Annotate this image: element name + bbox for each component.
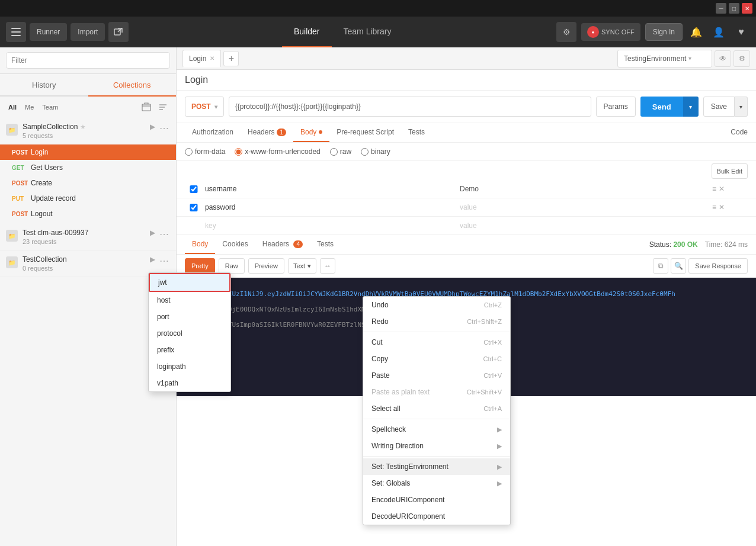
- env-gear-button[interactable]: ⚙: [733, 50, 750, 67]
- username-delete-icon[interactable]: ✕: [719, 185, 725, 193]
- ctx-cut[interactable]: Cut Ctrl+X: [363, 334, 510, 351]
- request-item-create[interactable]: POST Create: [0, 175, 176, 191]
- submenu-item-jwt[interactable]: jwt: [149, 273, 230, 292]
- wrap-toggle-button[interactable]: ↔: [320, 258, 335, 274]
- submenu-item-prefix[interactable]: prefix: [149, 342, 230, 358]
- ctx-set-globals[interactable]: Set: Globals ▶: [363, 475, 510, 492]
- format-select[interactable]: Text ▾: [288, 258, 316, 274]
- response-body-tab[interactable]: Body: [185, 235, 215, 254]
- ctx-copy[interactable]: Copy Ctrl+C: [363, 351, 510, 367]
- raw-radio[interactable]: raw: [330, 147, 351, 156]
- search-response-button[interactable]: 🔍: [671, 258, 686, 274]
- request-item-get-users[interactable]: GET Get Users: [0, 160, 176, 175]
- form-data-radio[interactable]: form-data: [185, 147, 225, 156]
- ctx-decode-uri[interactable]: DecodeURIComponent: [363, 508, 510, 525]
- response-headers-tab[interactable]: Headers 4: [255, 235, 310, 254]
- url-encoded-radio[interactable]: x-www-form-urlencoded: [235, 147, 320, 156]
- pretty-view-button[interactable]: Pretty: [185, 258, 215, 274]
- ctx-writing-direction[interactable]: Writing Direction ▶: [363, 438, 510, 454]
- more-options-icon2[interactable]: ⋯: [158, 229, 170, 240]
- submenu-item-loginpath[interactable]: loginpath: [149, 358, 230, 375]
- password-delete-icon[interactable]: ✕: [719, 203, 725, 211]
- body-tab[interactable]: Body: [293, 123, 329, 142]
- sign-in-button[interactable]: Sign In: [645, 23, 683, 41]
- sidebar-actions: [139, 100, 170, 114]
- bell-icon-button[interactable]: 🔔: [687, 23, 705, 41]
- save-button[interactable]: Save: [703, 97, 735, 117]
- team-library-tab[interactable]: Team Library: [332, 17, 403, 47]
- ctx-redo[interactable]: Redo Ctrl+Shift+Z: [363, 313, 510, 330]
- ctx-paste[interactable]: Paste Ctrl+V: [363, 367, 510, 384]
- ctx-undo[interactable]: Undo Ctrl+Z: [363, 297, 510, 313]
- ctx-paste-plain[interactable]: Paste as plain text Ctrl+Shift+V: [363, 384, 510, 400]
- sample-collection-header[interactable]: 📁 SampleCollection ★ 5 requests ▶ ⋯: [0, 118, 176, 144]
- response-cookies-tab[interactable]: Cookies: [215, 235, 255, 254]
- filter-input[interactable]: [6, 52, 170, 69]
- submenu-item-host[interactable]: host: [149, 292, 230, 309]
- sort-button[interactable]: [156, 100, 170, 114]
- history-tab[interactable]: History: [0, 74, 88, 97]
- more-options-icon3[interactable]: ⋯: [158, 255, 170, 266]
- pre-request-tab[interactable]: Pre-request Script: [329, 123, 401, 142]
- new-collection-button[interactable]: [139, 100, 153, 114]
- request-item-logout[interactable]: POST Logout: [0, 206, 176, 221]
- maximize-button[interactable]: □: [729, 3, 739, 14]
- request-item-update[interactable]: PUT Update record: [0, 191, 176, 206]
- url-input[interactable]: [229, 97, 591, 117]
- new-tab-button[interactable]: +: [223, 51, 239, 66]
- filter-tag-team[interactable]: Team: [40, 102, 60, 112]
- minimize-button[interactable]: ─: [716, 3, 726, 14]
- send-button[interactable]: Send: [640, 97, 683, 117]
- submenu-item-protocol[interactable]: protocol: [149, 325, 230, 342]
- response-tests-tab[interactable]: Tests: [310, 235, 341, 254]
- environment-select[interactable]: TestingEnvironment ▾: [617, 50, 712, 68]
- code-link[interactable]: Code: [731, 123, 748, 142]
- save-response-button[interactable]: Save Response: [688, 258, 748, 274]
- ctx-spellcheck[interactable]: Spellcheck ▶: [363, 421, 510, 438]
- binary-radio[interactable]: binary: [361, 147, 390, 156]
- import-button[interactable]: Import: [71, 23, 105, 41]
- username-checkbox[interactable]: [185, 185, 203, 193]
- send-dropdown-button[interactable]: ▾: [683, 97, 699, 117]
- new-window-button[interactable]: [108, 22, 129, 42]
- tab-close-icon[interactable]: ✕: [210, 55, 214, 62]
- env-eye-button[interactable]: 👁: [715, 50, 731, 67]
- raw-view-button[interactable]: Raw: [219, 258, 245, 274]
- sync-button[interactable]: ● SYNC OFF: [581, 23, 640, 41]
- authorization-tab[interactable]: Authorization: [185, 123, 241, 142]
- submenu-item-port[interactable]: port: [149, 309, 230, 325]
- test-collection-header[interactable]: 📁 Test clm-aus-009937 23 requests ▶ ⋯: [0, 224, 176, 250]
- tests-tab[interactable]: Tests: [401, 123, 432, 142]
- expand-icon3[interactable]: ▶: [146, 255, 158, 264]
- password-checkbox[interactable]: [185, 204, 203, 211]
- submenu-item-v1path[interactable]: v1path: [149, 375, 230, 391]
- password-menu-icon[interactable]: ≡: [712, 203, 716, 211]
- runner-button[interactable]: Runner: [30, 23, 67, 41]
- headers-tab[interactable]: Headers 1: [241, 123, 293, 142]
- ctx-encode-uri[interactable]: EncodeURIComponent: [363, 492, 510, 508]
- username-menu-icon[interactable]: ≡: [712, 185, 716, 193]
- close-button[interactable]: ✕: [742, 3, 752, 14]
- filter-tag-all[interactable]: All: [6, 102, 19, 112]
- expand-icon[interactable]: ▶: [146, 123, 158, 131]
- ctx-select-all[interactable]: Select all Ctrl+A: [363, 400, 510, 417]
- save-dropdown-button[interactable]: ▾: [735, 97, 748, 117]
- sidebar-toggle-button[interactable]: [6, 22, 26, 42]
- user-icon-button[interactable]: 👤: [710, 23, 728, 41]
- copy-response-button[interactable]: ⧉: [653, 258, 668, 274]
- bulk-edit-button[interactable]: Bulk Edit: [712, 163, 748, 179]
- expand-icon2[interactable]: ▶: [146, 229, 158, 237]
- builder-tab[interactable]: Builder: [282, 17, 332, 47]
- method-selector[interactable]: POST ▾: [185, 97, 224, 117]
- star-icon[interactable]: ★: [80, 123, 86, 131]
- params-button[interactable]: Params: [596, 97, 636, 117]
- preview-view-button[interactable]: Preview: [248, 258, 284, 274]
- login-request-tab[interactable]: Login ✕: [182, 50, 221, 68]
- heart-icon-button[interactable]: ♥: [732, 23, 750, 41]
- request-item-login[interactable]: POST Login: [0, 144, 176, 160]
- filter-tag-me[interactable]: Me: [23, 102, 36, 112]
- more-options-icon[interactable]: ⋯: [158, 123, 170, 134]
- ctx-set-testing-env[interactable]: Set: TestingEnvironment ▶: [363, 458, 510, 475]
- collections-tab[interactable]: Collections: [88, 74, 177, 97]
- settings-icon-button[interactable]: ⚙: [556, 22, 576, 42]
